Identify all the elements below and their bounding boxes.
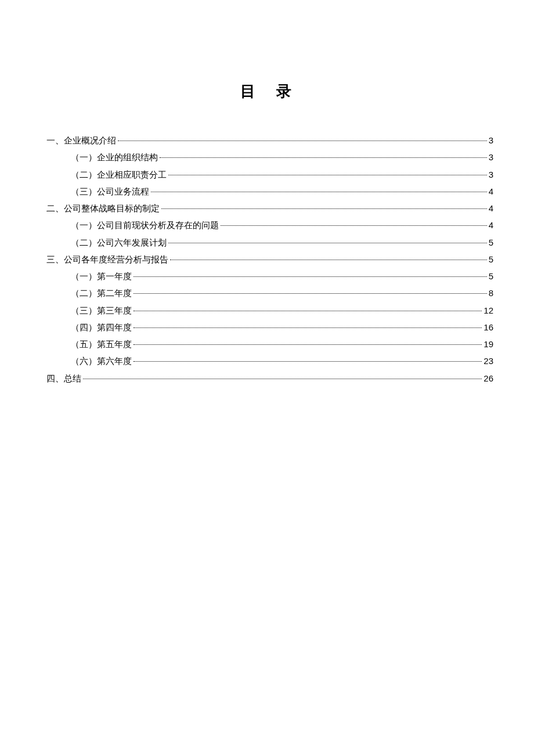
- toc-entry-label: 一、企业概况介绍: [46, 132, 116, 149]
- toc-leader-dots: [134, 361, 482, 362]
- toc-entry-page: 4: [489, 217, 493, 233]
- toc-entry: 二、公司整体战略目标的制定4: [46, 200, 493, 217]
- toc-entry: （一）第一年度5: [46, 268, 493, 285]
- toc-entry: （三）公司业务流程4: [46, 183, 493, 200]
- toc-entry: 四、总结26: [46, 370, 493, 387]
- toc-leader-dots: [134, 344, 482, 345]
- toc-entry-label: （三）第三年度: [71, 302, 132, 319]
- toc-entry-page: 4: [489, 183, 493, 200]
- toc-leader-dots: [160, 157, 487, 158]
- toc-leader-dots: [221, 225, 487, 226]
- toc-entry-page: 5: [489, 251, 493, 268]
- toc-entry-label: 三、公司各年度经营分析与报告: [46, 251, 168, 268]
- toc-entry: （二）第二年度8: [46, 285, 493, 301]
- toc-entry-page: 19: [484, 336, 493, 352]
- toc-entry-label: （六）第六年度: [71, 352, 132, 369]
- toc-entry-label: 二、公司整体战略目标的制定: [46, 200, 160, 217]
- toc-entry-label: （二）企业相应职责分工: [71, 166, 167, 183]
- toc-entry-label: （二）公司六年发展计划: [71, 234, 167, 251]
- toc-entry-label: （四）第四年度: [71, 319, 132, 336]
- toc-entry-label: 四、总结: [46, 370, 81, 387]
- toc-entry: 一、企业概况介绍3: [46, 132, 493, 149]
- toc-leader-dots: [161, 208, 487, 209]
- toc-entry-label: （一）第一年度: [71, 268, 132, 285]
- toc-entry-label: （三）公司业务流程: [71, 183, 149, 200]
- toc-entry-label: （一）企业的组织结构: [71, 149, 158, 165]
- toc-leader-dots: [118, 141, 487, 141]
- toc-entry-page: 23: [484, 352, 493, 369]
- toc-leader-dots: [170, 260, 487, 260]
- toc-entry: （三）第三年度12: [46, 302, 493, 319]
- toc-leader-dots: [83, 379, 482, 379]
- toc-leader-dots: [151, 192, 487, 192]
- toc-entry: （六）第六年度23: [46, 352, 493, 369]
- toc-leader-dots: [134, 311, 482, 311]
- toc-leader-dots: [134, 293, 487, 294]
- toc-entry: （二）企业相应职责分工3: [46, 166, 493, 183]
- toc-leader-dots: [168, 175, 487, 175]
- toc-entry: （四）第四年度16: [46, 319, 493, 336]
- toc-entry-label: （一）公司目前现状分析及存在的问题: [71, 217, 219, 233]
- toc-entry: （五）第五年度19: [46, 336, 493, 352]
- toc-entry-page: 26: [484, 370, 493, 387]
- toc-entry-page: 3: [489, 132, 493, 149]
- toc-leader-dots: [134, 276, 487, 277]
- toc-leader-dots: [168, 243, 487, 243]
- toc-entry-page: 3: [489, 166, 493, 183]
- toc-entry-page: 5: [489, 268, 493, 285]
- toc-title: 目 录: [46, 81, 493, 102]
- toc-entry-page: 16: [484, 319, 493, 336]
- toc-entry-label: （五）第五年度: [71, 336, 132, 352]
- toc-entry-page: 5: [489, 234, 493, 251]
- toc-entry-page: 12: [484, 302, 493, 319]
- toc-list: 一、企业概况介绍3（一）企业的组织结构3（二）企业相应职责分工3（三）公司业务流…: [46, 132, 493, 387]
- toc-entry-page: 8: [489, 285, 493, 301]
- toc-entry: （一）企业的组织结构3: [46, 149, 493, 165]
- toc-entry-label: （二）第二年度: [71, 285, 132, 301]
- toc-leader-dots: [134, 327, 482, 328]
- toc-entry: （一）公司目前现状分析及存在的问题4: [46, 217, 493, 233]
- toc-entry: 三、公司各年度经营分析与报告5: [46, 251, 493, 268]
- toc-entry-page: 3: [489, 149, 493, 165]
- toc-entry-page: 4: [489, 200, 493, 217]
- toc-entry: （二）公司六年发展计划5: [46, 234, 493, 251]
